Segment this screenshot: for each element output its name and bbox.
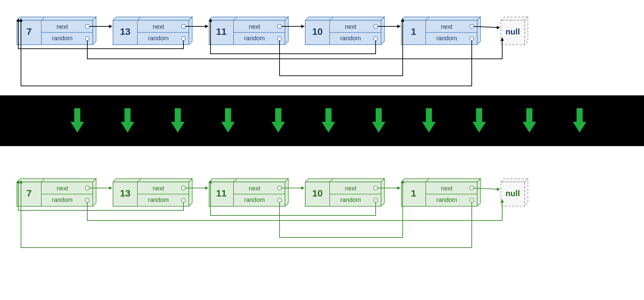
svg-marker-19 xyxy=(381,17,384,45)
label-next: next xyxy=(153,23,164,30)
null-label: null xyxy=(506,189,520,198)
svg-marker-71 xyxy=(113,179,192,182)
port-next xyxy=(277,24,282,28)
label-next: next xyxy=(345,185,356,192)
svg-marker-33 xyxy=(109,25,112,28)
label-random: random xyxy=(52,35,72,42)
svg-marker-13 xyxy=(285,17,288,45)
port-next xyxy=(470,186,474,190)
svg-rect-53 xyxy=(326,108,332,122)
label-random: random xyxy=(244,35,265,42)
port-next xyxy=(374,24,378,28)
port-next xyxy=(85,24,89,28)
svg-marker-90 xyxy=(477,179,481,206)
svg-rect-49 xyxy=(225,108,231,122)
port-next xyxy=(277,186,282,190)
svg-rect-55 xyxy=(376,108,382,122)
null-label: null xyxy=(506,27,520,36)
label-random: random xyxy=(340,197,361,203)
port-next xyxy=(470,24,474,28)
label-random: random xyxy=(436,35,457,42)
svg-marker-25 xyxy=(477,17,481,45)
svg-marker-89 xyxy=(401,179,481,182)
label-random: random xyxy=(52,197,72,203)
port-random xyxy=(470,37,474,41)
port-next xyxy=(181,24,185,28)
label-next: next xyxy=(345,23,356,30)
svg-marker-83 xyxy=(305,179,384,182)
svg-marker-77 xyxy=(209,179,288,182)
svg-marker-24 xyxy=(401,17,481,20)
svg-marker-34 xyxy=(205,25,208,28)
svg-rect-61 xyxy=(526,108,532,122)
label-random: random xyxy=(148,197,169,203)
node-value: 10 xyxy=(312,26,323,37)
svg-rect-63 xyxy=(577,108,583,122)
svg-marker-102 xyxy=(497,188,500,191)
svg-marker-0 xyxy=(17,17,96,20)
svg-rect-57 xyxy=(426,108,432,122)
svg-rect-47 xyxy=(175,108,181,122)
label-next: next xyxy=(249,185,260,192)
node-value: 1 xyxy=(411,26,416,37)
svg-marker-95 xyxy=(501,179,528,182)
svg-marker-7 xyxy=(189,17,192,45)
port-next xyxy=(85,186,89,190)
port-random xyxy=(277,198,282,202)
port-random xyxy=(85,198,89,202)
port-random xyxy=(181,37,185,41)
svg-marker-99 xyxy=(205,186,208,190)
port-next xyxy=(374,186,378,190)
svg-marker-72 xyxy=(189,179,192,206)
svg-marker-30 xyxy=(501,17,528,20)
svg-marker-96 xyxy=(525,179,528,206)
node-value: 7 xyxy=(26,26,32,37)
svg-marker-37 xyxy=(497,26,500,29)
transition-bar xyxy=(0,95,644,146)
label-random: random xyxy=(148,35,169,42)
label-next: next xyxy=(57,185,68,192)
label-next: next xyxy=(441,23,452,30)
svg-marker-98 xyxy=(109,186,112,190)
label-next: next xyxy=(441,185,452,192)
label-next: next xyxy=(57,23,68,30)
node-value: 1 xyxy=(411,188,416,199)
port-random xyxy=(277,37,282,41)
node-value: 11 xyxy=(216,26,226,37)
svg-marker-101 xyxy=(397,186,401,190)
svg-marker-100 xyxy=(301,186,305,190)
svg-marker-66 xyxy=(93,179,96,206)
node-value: 11 xyxy=(216,188,226,199)
svg-marker-1 xyxy=(93,17,96,45)
label-random: random xyxy=(340,35,361,42)
port-random xyxy=(181,198,185,202)
svg-marker-18 xyxy=(305,17,384,20)
svg-rect-59 xyxy=(476,108,482,122)
svg-marker-12 xyxy=(209,17,288,20)
svg-marker-6 xyxy=(113,17,192,20)
port-random xyxy=(85,37,89,41)
svg-marker-36 xyxy=(397,25,401,28)
node-value: 13 xyxy=(120,188,130,199)
svg-rect-45 xyxy=(125,108,131,122)
label-random: random xyxy=(436,197,457,203)
node-value: 7 xyxy=(26,188,32,199)
svg-rect-51 xyxy=(275,108,281,122)
node-value: 13 xyxy=(120,26,130,37)
label-next: next xyxy=(153,185,164,192)
label-next: next xyxy=(249,23,260,30)
port-random xyxy=(374,198,378,202)
port-random xyxy=(374,37,378,41)
svg-rect-43 xyxy=(74,108,80,122)
node-value: 10 xyxy=(312,188,323,199)
svg-marker-35 xyxy=(301,25,305,28)
label-random: random xyxy=(244,197,265,203)
port-next xyxy=(181,186,185,190)
svg-marker-31 xyxy=(525,17,528,45)
svg-marker-78 xyxy=(285,179,288,206)
port-random xyxy=(470,198,474,202)
svg-marker-84 xyxy=(381,179,384,206)
svg-marker-65 xyxy=(17,179,96,182)
